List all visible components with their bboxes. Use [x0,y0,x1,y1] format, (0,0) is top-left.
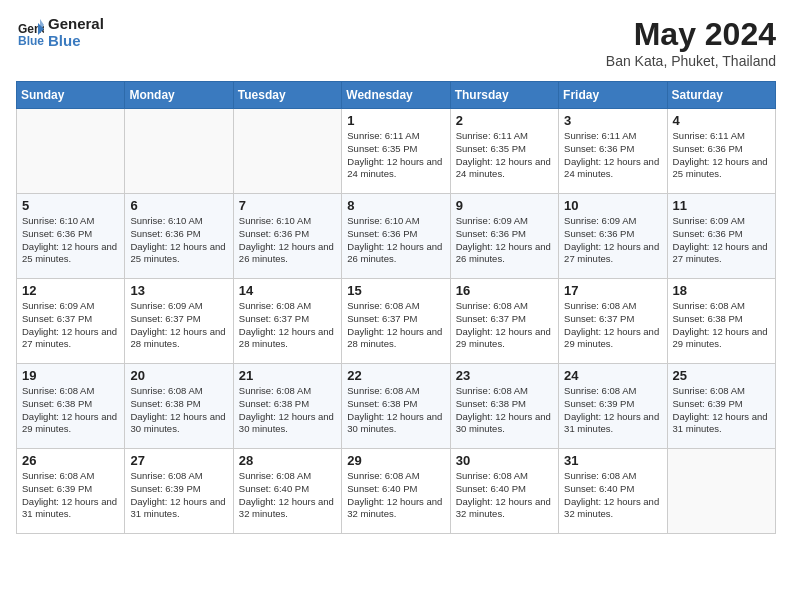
day-number: 30 [456,453,553,468]
calendar-cell: 6Sunrise: 6:10 AM Sunset: 6:36 PM Daylig… [125,194,233,279]
calendar-cell: 13Sunrise: 6:09 AM Sunset: 6:37 PM Dayli… [125,279,233,364]
day-number: 1 [347,113,444,128]
day-info: Sunrise: 6:09 AM Sunset: 6:36 PM Dayligh… [673,215,770,266]
day-info: Sunrise: 6:08 AM Sunset: 6:37 PM Dayligh… [347,300,444,351]
logo-blue: Blue [48,33,104,50]
day-info: Sunrise: 6:08 AM Sunset: 6:40 PM Dayligh… [456,470,553,521]
day-info: Sunrise: 6:11 AM Sunset: 6:36 PM Dayligh… [673,130,770,181]
day-number: 31 [564,453,661,468]
day-info: Sunrise: 6:09 AM Sunset: 6:37 PM Dayligh… [22,300,119,351]
calendar-week-row: 1Sunrise: 6:11 AM Sunset: 6:35 PM Daylig… [17,109,776,194]
day-number: 17 [564,283,661,298]
day-number: 7 [239,198,336,213]
calendar-cell: 11Sunrise: 6:09 AM Sunset: 6:36 PM Dayli… [667,194,775,279]
logo: General Blue General Blue [16,16,104,49]
calendar-cell: 3Sunrise: 6:11 AM Sunset: 6:36 PM Daylig… [559,109,667,194]
calendar-cell: 24Sunrise: 6:08 AM Sunset: 6:39 PM Dayli… [559,364,667,449]
calendar-cell: 26Sunrise: 6:08 AM Sunset: 6:39 PM Dayli… [17,449,125,534]
day-info: Sunrise: 6:11 AM Sunset: 6:36 PM Dayligh… [564,130,661,181]
calendar-day-header: Saturday [667,82,775,109]
page-header: General Blue General Blue May 2024 Ban K… [16,16,776,69]
day-number: 5 [22,198,119,213]
day-info: Sunrise: 6:10 AM Sunset: 6:36 PM Dayligh… [347,215,444,266]
day-info: Sunrise: 6:08 AM Sunset: 6:38 PM Dayligh… [22,385,119,436]
calendar-cell: 30Sunrise: 6:08 AM Sunset: 6:40 PM Dayli… [450,449,558,534]
calendar-day-header: Friday [559,82,667,109]
calendar-day-header: Sunday [17,82,125,109]
day-info: Sunrise: 6:08 AM Sunset: 6:38 PM Dayligh… [456,385,553,436]
day-number: 3 [564,113,661,128]
day-info: Sunrise: 6:08 AM Sunset: 6:37 PM Dayligh… [456,300,553,351]
day-info: Sunrise: 6:09 AM Sunset: 6:36 PM Dayligh… [456,215,553,266]
day-number: 2 [456,113,553,128]
month-title: May 2024 [606,16,776,53]
calendar-cell: 18Sunrise: 6:08 AM Sunset: 6:38 PM Dayli… [667,279,775,364]
calendar-cell: 28Sunrise: 6:08 AM Sunset: 6:40 PM Dayli… [233,449,341,534]
calendar-cell: 19Sunrise: 6:08 AM Sunset: 6:38 PM Dayli… [17,364,125,449]
day-info: Sunrise: 6:08 AM Sunset: 6:37 PM Dayligh… [564,300,661,351]
day-number: 18 [673,283,770,298]
calendar-cell: 23Sunrise: 6:08 AM Sunset: 6:38 PM Dayli… [450,364,558,449]
calendar-cell: 29Sunrise: 6:08 AM Sunset: 6:40 PM Dayli… [342,449,450,534]
day-info: Sunrise: 6:10 AM Sunset: 6:36 PM Dayligh… [22,215,119,266]
day-info: Sunrise: 6:08 AM Sunset: 6:39 PM Dayligh… [22,470,119,521]
calendar-week-row: 5Sunrise: 6:10 AM Sunset: 6:36 PM Daylig… [17,194,776,279]
calendar-cell: 12Sunrise: 6:09 AM Sunset: 6:37 PM Dayli… [17,279,125,364]
day-info: Sunrise: 6:09 AM Sunset: 6:36 PM Dayligh… [564,215,661,266]
calendar-header-row: SundayMondayTuesdayWednesdayThursdayFrid… [17,82,776,109]
calendar-day-header: Tuesday [233,82,341,109]
calendar-day-header: Monday [125,82,233,109]
day-number: 28 [239,453,336,468]
day-info: Sunrise: 6:10 AM Sunset: 6:36 PM Dayligh… [239,215,336,266]
day-number: 26 [22,453,119,468]
day-number: 6 [130,198,227,213]
calendar-cell: 22Sunrise: 6:08 AM Sunset: 6:38 PM Dayli… [342,364,450,449]
day-number: 22 [347,368,444,383]
calendar-table: SundayMondayTuesdayWednesdayThursdayFrid… [16,81,776,534]
day-info: Sunrise: 6:09 AM Sunset: 6:37 PM Dayligh… [130,300,227,351]
svg-text:Blue: Blue [18,34,44,47]
calendar-cell: 14Sunrise: 6:08 AM Sunset: 6:37 PM Dayli… [233,279,341,364]
day-number: 23 [456,368,553,383]
day-info: Sunrise: 6:08 AM Sunset: 6:39 PM Dayligh… [130,470,227,521]
day-info: Sunrise: 6:08 AM Sunset: 6:39 PM Dayligh… [673,385,770,436]
day-number: 15 [347,283,444,298]
calendar-cell: 2Sunrise: 6:11 AM Sunset: 6:35 PM Daylig… [450,109,558,194]
day-number: 8 [347,198,444,213]
calendar-cell: 21Sunrise: 6:08 AM Sunset: 6:38 PM Dayli… [233,364,341,449]
calendar-cell [125,109,233,194]
calendar-cell: 27Sunrise: 6:08 AM Sunset: 6:39 PM Dayli… [125,449,233,534]
calendar-cell: 5Sunrise: 6:10 AM Sunset: 6:36 PM Daylig… [17,194,125,279]
day-number: 19 [22,368,119,383]
day-info: Sunrise: 6:08 AM Sunset: 6:40 PM Dayligh… [564,470,661,521]
calendar-cell: 4Sunrise: 6:11 AM Sunset: 6:36 PM Daylig… [667,109,775,194]
day-number: 13 [130,283,227,298]
calendar-cell: 31Sunrise: 6:08 AM Sunset: 6:40 PM Dayli… [559,449,667,534]
calendar-cell: 15Sunrise: 6:08 AM Sunset: 6:37 PM Dayli… [342,279,450,364]
logo-icon: General Blue [16,19,44,47]
day-number: 29 [347,453,444,468]
calendar-cell: 16Sunrise: 6:08 AM Sunset: 6:37 PM Dayli… [450,279,558,364]
day-number: 11 [673,198,770,213]
calendar-week-row: 19Sunrise: 6:08 AM Sunset: 6:38 PM Dayli… [17,364,776,449]
calendar-cell: 25Sunrise: 6:08 AM Sunset: 6:39 PM Dayli… [667,364,775,449]
day-number: 20 [130,368,227,383]
location: Ban Kata, Phuket, Thailand [606,53,776,69]
day-info: Sunrise: 6:08 AM Sunset: 6:38 PM Dayligh… [239,385,336,436]
calendar-week-row: 26Sunrise: 6:08 AM Sunset: 6:39 PM Dayli… [17,449,776,534]
day-info: Sunrise: 6:08 AM Sunset: 6:39 PM Dayligh… [564,385,661,436]
calendar-cell: 1Sunrise: 6:11 AM Sunset: 6:35 PM Daylig… [342,109,450,194]
calendar-cell [667,449,775,534]
day-number: 21 [239,368,336,383]
day-number: 27 [130,453,227,468]
day-number: 12 [22,283,119,298]
calendar-day-header: Thursday [450,82,558,109]
calendar-cell: 7Sunrise: 6:10 AM Sunset: 6:36 PM Daylig… [233,194,341,279]
day-info: Sunrise: 6:08 AM Sunset: 6:40 PM Dayligh… [347,470,444,521]
calendar-cell: 8Sunrise: 6:10 AM Sunset: 6:36 PM Daylig… [342,194,450,279]
day-info: Sunrise: 6:08 AM Sunset: 6:38 PM Dayligh… [130,385,227,436]
calendar-cell [17,109,125,194]
calendar-cell: 17Sunrise: 6:08 AM Sunset: 6:37 PM Dayli… [559,279,667,364]
day-info: Sunrise: 6:11 AM Sunset: 6:35 PM Dayligh… [347,130,444,181]
day-info: Sunrise: 6:08 AM Sunset: 6:40 PM Dayligh… [239,470,336,521]
